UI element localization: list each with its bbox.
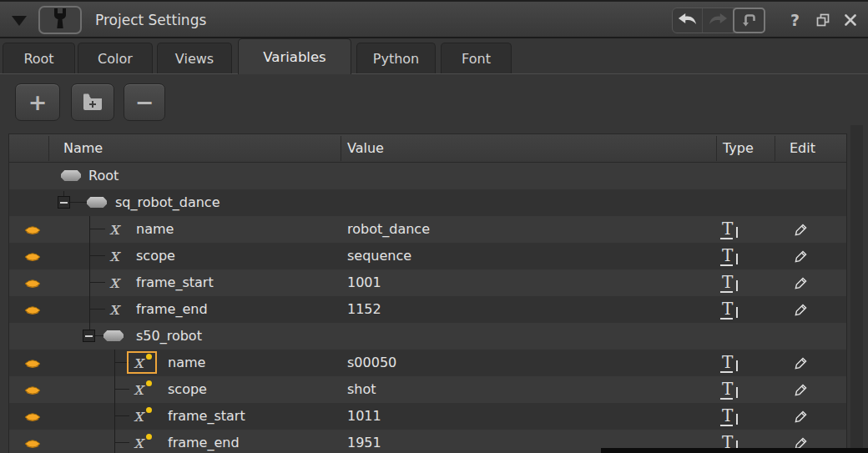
pencil-edit-icon[interactable] <box>794 302 809 320</box>
plus-icon: + <box>28 89 48 115</box>
text-type-icon[interactable]: T <box>720 380 740 400</box>
undo-button[interactable] <box>673 8 703 33</box>
window-title: Project Settings <box>95 2 206 38</box>
override-dot-icon <box>146 434 152 440</box>
project-settings-button[interactable] <box>38 6 82 34</box>
pencil-edit-icon[interactable] <box>794 222 809 240</box>
text-type-icon[interactable]: T <box>720 353 740 373</box>
column-header-name[interactable]: Name <box>63 134 103 163</box>
eye-icon[interactable] <box>24 384 41 395</box>
table-row-variable[interactable]: x name robot_dance T <box>9 216 846 243</box>
tree-line <box>114 376 115 403</box>
table-row-variable-selected[interactable]: x name s00050 T <box>9 350 846 376</box>
variable-value[interactable]: 1951 <box>347 430 381 453</box>
table-row-variable[interactable]: x scope shot T <box>9 376 846 403</box>
history-button-group <box>672 8 765 33</box>
table-row-variable[interactable]: x frame_start 1011 T <box>9 403 846 430</box>
table-row-group[interactable]: s50_robot <box>9 323 846 350</box>
close-button[interactable] <box>844 13 857 30</box>
tab-font[interactable]: Font <box>441 43 512 73</box>
header-divider[interactable] <box>48 136 49 161</box>
tree-line <box>114 350 115 376</box>
variable-name: frame_end <box>168 430 240 453</box>
add-variable-button[interactable]: + <box>15 83 60 121</box>
variable-x-icon: x <box>109 243 119 269</box>
group-pill-icon <box>87 197 107 208</box>
override-dot-icon <box>146 354 152 360</box>
group-label: Root <box>88 163 119 189</box>
eye-icon[interactable] <box>24 250 41 262</box>
add-group-button[interactable] <box>71 83 114 121</box>
text-type-icon[interactable]: T <box>720 299 740 320</box>
eye-icon[interactable] <box>24 277 41 289</box>
variable-value[interactable]: s00050 <box>347 350 396 376</box>
column-header-edit[interactable]: Edit <box>790 134 815 163</box>
tree-line <box>114 389 129 390</box>
tree-line <box>95 335 103 336</box>
tab-variables[interactable]: Variables <box>238 38 351 74</box>
group-pill-icon <box>61 170 81 181</box>
table-row-variable[interactable]: x scope sequence T <box>9 243 846 269</box>
text-type-icon[interactable]: T <box>720 246 740 266</box>
variable-name: name <box>136 216 174 243</box>
tree-line <box>89 216 90 243</box>
variable-name: frame_end <box>136 296 208 323</box>
pencil-edit-icon[interactable] <box>794 382 809 400</box>
collapse-expander-icon[interactable] <box>58 196 70 209</box>
variable-value[interactable]: shot <box>347 376 376 403</box>
float-panel-button[interactable] <box>815 13 831 32</box>
pencil-edit-icon[interactable] <box>794 355 809 374</box>
pencil-edit-icon[interactable] <box>794 409 809 427</box>
column-header-value[interactable]: Value <box>347 134 384 163</box>
tree-line <box>70 202 87 203</box>
text-type-icon[interactable]: T <box>720 273 740 293</box>
column-header-type[interactable]: Type <box>723 134 754 163</box>
close-icon <box>844 14 857 30</box>
header-divider[interactable] <box>716 136 717 161</box>
variable-name: name <box>168 350 205 376</box>
header-divider[interactable] <box>775 136 775 161</box>
eye-icon[interactable] <box>24 357 41 369</box>
variable-value[interactable]: robot_dance <box>347 216 430 243</box>
help-button[interactable]: ? <box>790 2 800 40</box>
tree-line <box>114 403 115 430</box>
tab-divider-line <box>0 73 868 74</box>
tab-python[interactable]: Python <box>356 43 436 73</box>
tree-line <box>89 323 90 330</box>
eye-icon[interactable] <box>24 437 41 449</box>
collapse-expander-icon[interactable] <box>83 330 95 342</box>
table-row-root[interactable]: Root <box>9 163 846 189</box>
pencil-edit-icon[interactable] <box>794 275 809 294</box>
pencil-edit-icon[interactable] <box>794 249 809 267</box>
collapse-triangle-icon[interactable] <box>12 16 27 26</box>
table-row-variable[interactable]: x frame_start 1001 T <box>9 269 846 296</box>
override-dot-icon <box>146 380 152 386</box>
text-type-icon[interactable]: T <box>720 406 740 426</box>
variable-name: scope <box>168 376 207 403</box>
tab-root[interactable]: Root <box>3 43 75 73</box>
variable-value[interactable]: sequence <box>347 243 411 269</box>
table-row-variable[interactable]: x frame_end 1152 T <box>9 296 846 323</box>
minus-icon: − <box>135 89 154 115</box>
table-row-group[interactable]: sq_robot_dance <box>9 189 846 216</box>
variable-x-icon: x <box>134 350 144 376</box>
eye-icon[interactable] <box>24 410 41 422</box>
tab-color[interactable]: Color <box>78 43 153 73</box>
redo-button[interactable] <box>703 8 733 33</box>
variable-value[interactable]: 1001 <box>347 269 381 296</box>
variable-value[interactable]: 1011 <box>347 403 381 430</box>
variable-value[interactable]: 1152 <box>347 296 381 323</box>
text-type-icon[interactable]: T <box>720 219 740 239</box>
header-divider[interactable] <box>341 136 341 161</box>
eye-icon[interactable] <box>24 224 41 235</box>
tree-line <box>89 282 105 283</box>
eye-icon[interactable] <box>24 304 41 315</box>
tab-views[interactable]: Views <box>157 43 232 73</box>
variable-x-icon: x <box>109 216 119 243</box>
tree-line <box>89 296 90 323</box>
revert-button[interactable] <box>733 8 765 33</box>
table-header: Name Value Type Edit <box>9 134 846 163</box>
overlap-squares-icon <box>815 16 831 32</box>
tab-bar: Root Color Views Variables Python Font <box>0 38 868 74</box>
remove-variable-button[interactable]: − <box>124 83 165 121</box>
